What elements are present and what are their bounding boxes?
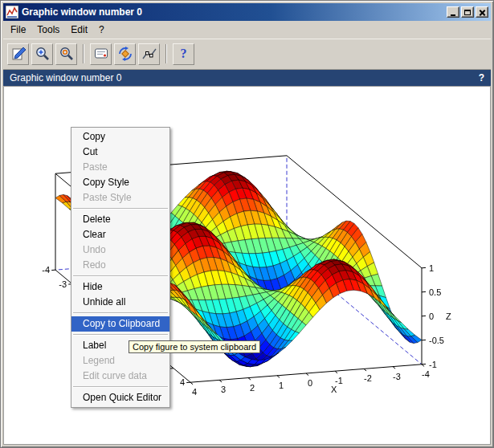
- context-menu-item-label: Open Quick Editor: [83, 390, 161, 405]
- rotation-icon: [117, 46, 133, 62]
- context-menu-separator: [73, 208, 168, 210]
- close-icon: [479, 9, 486, 16]
- context-menu-item-copy[interactable]: Copy: [71, 129, 169, 145]
- context-menu-separator: [73, 312, 168, 314]
- context-menu-item-paste: Paste: [71, 160, 169, 175]
- context-menu-item-label: Legend: [83, 353, 115, 369]
- context-menu-item-paste-style: Paste Style: [71, 190, 169, 206]
- close-button[interactable]: [476, 6, 488, 18]
- context-menu-item-label: Label: [83, 338, 106, 353]
- datatips-button[interactable]: [138, 43, 160, 65]
- graphic-window: Graphic window number 0 FileToolsEdit?: [0, 0, 494, 448]
- maximize-button[interactable]: [461, 6, 474, 18]
- context-menu-item-undo: Undo: [71, 242, 169, 258]
- banner-help-icon[interactable]: ?: [479, 72, 484, 83]
- graphic-banner: Graphic window number 0 ?: [3, 70, 491, 86]
- context-menu-item-label: Edit curve data: [83, 369, 147, 384]
- menubar-item-edit[interactable]: Edit: [65, 23, 93, 36]
- context-menu-item-unhide-all[interactable]: Unhide all: [71, 295, 169, 310]
- menubar-item-help[interactable]: ?: [93, 23, 110, 36]
- context-menu-item-copy-style[interactable]: Copy Style: [71, 175, 169, 190]
- context-menu-item-hide[interactable]: Hide: [71, 279, 169, 295]
- context-menu-item-label: Copy to Clipboard: [83, 316, 160, 332]
- window-icon[interactable]: [6, 6, 18, 18]
- tooltip: Copy figure to system clipboard: [129, 340, 260, 353]
- datatips-icon: [141, 46, 157, 62]
- context-menu-separator: [73, 334, 168, 336]
- export-button[interactable]: [7, 43, 29, 65]
- context-menu-item-label: Paste: [83, 160, 108, 175]
- minimize-button[interactable]: [447, 6, 459, 18]
- context-menu-item-legend: Legend: [71, 353, 169, 369]
- window-controls: [445, 6, 488, 18]
- context-menu-separator: [73, 386, 168, 388]
- toolbar: ?: [3, 39, 491, 70]
- context-menu: CopyCutPasteCopy StylePaste StyleDeleteC…: [71, 127, 170, 408]
- original-view-button[interactable]: [55, 43, 77, 65]
- context-menu-item-clear[interactable]: Clear: [71, 227, 169, 242]
- ged-icon: [93, 46, 109, 62]
- context-menu-item-label: Unhide all: [83, 295, 125, 310]
- window-title: Graphic window number 0: [22, 6, 442, 18]
- help-icon: ?: [181, 47, 187, 61]
- menubar-item-file[interactable]: File: [5, 23, 31, 36]
- plot-area: CopyCutPasteCopy StylePaste StyleDeleteC…: [3, 86, 491, 445]
- titlebar[interactable]: Graphic window number 0: [3, 3, 491, 21]
- context-menu-item-label: Undo: [83, 242, 106, 258]
- context-menu-item-delete[interactable]: Delete: [71, 212, 169, 227]
- context-menu-item-copy-to-clipboard[interactable]: Copy to Clipboard: [71, 316, 169, 332]
- ged-button[interactable]: [90, 43, 112, 65]
- context-menu-item-label: Paste Style: [83, 190, 132, 206]
- banner-title: Graphic window number 0: [10, 72, 121, 83]
- context-menu-item-cut[interactable]: Cut: [71, 145, 169, 160]
- maximize-icon: [464, 10, 471, 15]
- zoom-area-button[interactable]: [31, 43, 53, 65]
- context-menu-item-label: Copy: [83, 129, 105, 145]
- context-menu-item-label: Hide: [83, 279, 103, 295]
- context-menu-item-label: Delete: [83, 212, 111, 227]
- minimize-icon: [451, 14, 455, 16]
- rotation-button[interactable]: [114, 43, 136, 65]
- context-menu-item-label: Clear: [83, 227, 106, 242]
- toolbar-separator: [165, 44, 167, 63]
- original-view-icon: [59, 46, 75, 62]
- toolbar-separator: [83, 44, 84, 63]
- context-menu-separator: [73, 275, 168, 277]
- context-menu-item-redo: Redo: [71, 258, 169, 273]
- context-menu-item-edit-curve-data: Edit curve data: [71, 369, 169, 384]
- export-icon: [10, 46, 27, 62]
- context-menu-item-label: Copy Style: [83, 175, 129, 190]
- help-button[interactable]: ?: [173, 43, 194, 65]
- context-menu-item-label: Redo: [83, 258, 106, 273]
- context-menu-item-label: Cut: [83, 145, 98, 160]
- menubar-item-tools[interactable]: Tools: [31, 23, 65, 36]
- menu-bar: FileToolsEdit?: [3, 21, 491, 39]
- zoom-area-icon: [35, 46, 51, 62]
- context-menu-item-open-quick-editor[interactable]: Open Quick Editor: [71, 390, 169, 405]
